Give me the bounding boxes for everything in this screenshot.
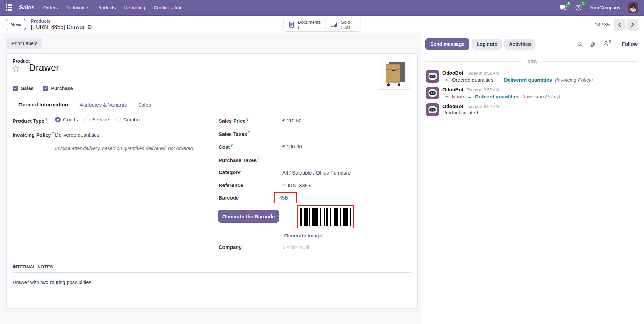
pager: 13 / 35 [595,19,638,31]
stat-sold-label: Sold [341,19,350,25]
followers-button[interactable]: 0 [603,41,611,48]
chatter-message: OdooBot Today at 9:52 AM • None → Ordere… [425,85,638,101]
follow-button[interactable]: Follow [622,41,638,47]
followers-count: 0 [609,39,611,43]
message-time: Today at 9:52 AM [467,71,499,76]
radio-combo[interactable]: Combo [115,117,140,122]
tab-attributes-variants[interactable]: Attributes & Variants [74,99,133,111]
breadcrumb-parent[interactable]: Products [31,19,92,24]
invoicing-policy-help-text: Invoice after delivery, based on quantit… [55,146,195,151]
invoicing-policy-value[interactable]: Delivered quantities [55,132,99,138]
stat-button-group: Documents 0 Sold 5.00 [283,18,361,32]
product-type-radio-group: Goods Service Combo [55,117,140,122]
activities-clock-icon[interactable]: 1 [575,4,582,11]
print-labels-button[interactable]: Print Labels [6,38,42,49]
radio-service[interactable]: Service [84,117,109,122]
odoo-sales-app: Sales Orders To Invoice Products Reporti… [0,0,644,324]
product-form-sheet: Product ☆ Drawer ✓ Sales ✓ Purchase [6,53,418,309]
sales-price-value[interactable]: £ 110.50 [282,118,301,123]
pager-previous-button[interactable] [614,19,626,31]
messages-icon[interactable]: 8 [560,5,567,11]
radio-unselected-icon [115,117,121,122]
radio-goods[interactable]: Goods [55,117,78,122]
chatter-message: OdooBot Today at 9:52 AM • Ordered quant… [425,68,638,84]
help-tooltip-icon[interactable]: ? [52,132,54,136]
internal-notes-divider [13,272,411,273]
user-avatar[interactable] [628,2,638,13]
help-tooltip-icon[interactable]: ? [45,118,47,121]
barcode-value[interactable]: 456 [279,195,288,201]
arrow-right-icon: → [467,94,472,99]
search-icon[interactable] [577,41,583,47]
stat-sold-value: 5.00 [341,25,350,30]
category-value[interactable]: All / Saleable / Office Furniture [282,170,351,176]
internal-notes-header: INTERNAL NOTES [13,264,53,269]
menu-to-invoice[interactable]: To Invoice [66,5,88,10]
bar-chart-icon [331,21,338,28]
generate-image-link[interactable]: Generate Image [277,233,330,238]
activities-button[interactable]: Activities [504,39,535,50]
menu-products[interactable]: Products [96,5,116,10]
message-author: OdooBot [442,70,463,76]
internal-notes-text[interactable]: Drawer with two routing possiblities. [13,280,93,285]
help-tooltip-icon[interactable]: ? [257,157,259,161]
reference-value[interactable]: FURN_8855 [282,183,311,188]
tab-general-information[interactable]: General Information [13,98,74,111]
message-author: OdooBot [442,104,463,109]
gear-icon[interactable]: ⚙ [87,24,92,30]
breadcrumb-current: [FURN_8855] Drawer [31,24,85,30]
purchase-checkbox[interactable]: ✓ Purchase [43,86,73,91]
cost-value[interactable]: £ 100.00 [282,144,302,149]
category-label: Category [219,170,241,175]
tab-sales[interactable]: Sales [132,99,157,111]
chatter-icons: 0 Follow [577,41,638,48]
generate-barcode-button[interactable]: Generate the Barcode [218,210,279,223]
message-time: Today at 9:52 AM [467,88,499,92]
new-button[interactable]: New [6,19,26,30]
message-body: Product created [442,110,478,115]
bullet-icon: • [446,94,448,99]
radio-combo-label: Combo [123,117,140,122]
send-message-button[interactable]: Send message [425,38,469,50]
chatter-message: OdooBot Today at 9:52 AM Product created [425,102,638,118]
help-tooltip-icon[interactable]: ? [246,118,248,121]
drawer-product-image [384,61,406,87]
tracking-new-value: Delivered quantities [504,77,552,83]
product-title[interactable]: Drawer [29,63,59,73]
checkbox-checked-icon: ✓ [13,86,18,91]
reference-label: Reference [219,183,243,188]
product-image-thumbnail[interactable] [379,58,411,90]
chatter-toolbar: Send message Log note Activities [425,38,638,50]
menu-reporting[interactable]: Reporting [124,5,146,10]
tracking-field-name: (Invoicing Policy) [555,77,593,83]
message-author: OdooBot [442,87,463,92]
messages-badge: 8 [566,2,571,7]
sales-checkbox[interactable]: ✓ Sales [13,86,34,91]
person-icon [603,41,609,47]
form-tabs: General Information Attributes & Variant… [7,97,417,111]
apps-grid-icon[interactable] [6,4,13,11]
stat-sold-button[interactable]: Sold 5.00 [325,18,360,31]
control-panel: New Products [FURN_8855] Drawer ⚙ Docume… [0,16,644,33]
radio-goods-label: Goods [63,117,78,122]
paperclip-icon[interactable] [590,41,596,48]
menu-configuration[interactable]: Configuration [154,5,182,10]
menu-orders[interactable]: Orders [43,5,58,10]
pager-counter: 13 / 35 [595,22,610,27]
help-tooltip-icon[interactable]: ? [248,131,250,135]
message-content: OdooBot Today at 9:52 AM • None → Ordere… [442,87,636,99]
app-brand[interactable]: Sales [19,4,34,11]
help-tooltip-icon[interactable]: ? [230,144,233,147]
stat-documents-button[interactable]: Documents 0 [284,18,326,31]
sell-purchase-toggles: ✓ Sales ✓ Purchase [13,86,73,91]
company-value[interactable]: Visible to all [282,245,309,250]
stat-documents-label: Documents [298,19,321,25]
date-divider-label: Today [526,59,538,64]
form-area: Print Labels Product ☆ Drawer ✓ Sales ✓ … [0,33,421,324]
pager-next-button[interactable] [627,19,638,31]
company-name[interactable]: YourCompany [590,5,620,10]
sales-taxes-label: Sales Taxes? [219,131,250,137]
log-note-button[interactable]: Log note [472,39,502,50]
activities-badge: 1 [580,1,586,6]
favorite-star-icon[interactable]: ☆ [11,63,21,74]
